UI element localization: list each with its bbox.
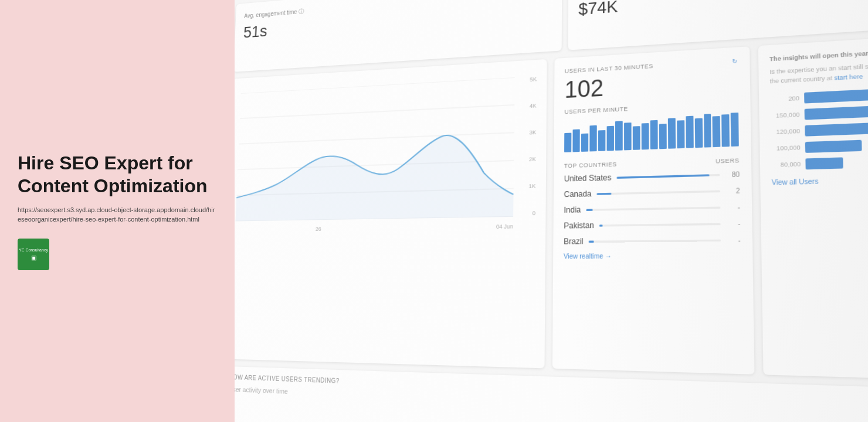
bar-14 [677,120,684,148]
svg-line-0 [241,77,515,93]
logo-icon: ▣ [31,254,36,261]
right-panel-header: The insights will open this year [769,44,868,62]
h-bar-label-2: 150,000 [771,111,800,120]
country-val-br: - [726,236,741,244]
refresh-icon[interactable]: ↻ [732,57,738,64]
country-row-pk: Pakistan - [564,219,740,230]
y-label-2k: 2K [529,156,536,162]
bar-15 [686,116,693,148]
bar-9 [633,126,640,150]
x-label-26: 26 [316,226,321,232]
bar-8 [624,122,632,150]
country-bar-wrap-in [586,206,720,210]
bar-3 [581,134,588,152]
right-panel-link[interactable]: start here [834,73,863,81]
h-bar-4 [805,140,862,153]
page-url: https://seoexpert.s3.syd.ap.cloud-object… [18,205,217,224]
country-bar-wrap-ca [597,190,720,195]
x-axis: 26 04 Jun [235,223,513,233]
mini-bar-chart [564,113,739,152]
bar-6 [606,126,613,151]
bar-4 [589,125,596,152]
bar-16 [694,118,702,148]
users-per-min-label: USERS PER MINUTE [564,100,738,115]
h-bar-row-5: 80,000 [771,154,868,171]
chart-area: 5K 4K 3K 2K 1K 0 [235,76,537,233]
svg-line-1 [240,105,514,118]
country-row-in: India - [564,202,740,215]
y-label-5k: 5K [530,76,537,83]
view-realtime-link[interactable]: View realtime → [564,252,741,260]
country-val-pk: - [726,220,741,227]
h-bar-label-1: 200 [770,95,799,103]
top-countries-label: TOP COUNTRIES [564,161,617,169]
y-axis: 5K 4K 3K 2K 1K 0 [516,76,537,217]
analytics-content: Avg. engagement time ⓘ 51s Total revenue… [235,0,868,422]
line-chart-svg [236,77,515,222]
x-label-jun: 04 Jun [496,223,513,230]
h-bar-1 [803,87,868,104]
left-panel: Hire SEO Expert for Content Optimization… [0,0,235,422]
bar-2 [572,129,579,152]
country-bar-br [589,240,594,242]
svg-line-2 [239,132,514,144]
h-bar-3 [805,122,868,136]
bar-1 [564,133,571,152]
horizontal-bars: 200 150,000 120,000 100,000 [770,84,868,171]
countries-header: TOP COUNTRIES USERS [564,157,740,169]
stat-revenue-value: $74K [578,0,868,19]
right-analytics-panel: The insights will open this year Is the … [758,32,868,382]
country-bar-wrap-br [589,239,721,242]
bar-13 [667,118,675,148]
y-label-3k: 3K [529,129,536,135]
y-label-0: 0 [533,210,536,216]
country-bar-us [617,174,709,179]
country-bar-pk [599,224,603,226]
bar-11 [650,120,657,149]
page-title: Hire SEO Expert for Content Optimization [18,152,217,197]
h-bar-label-5: 80,000 [771,161,801,168]
country-bar-wrap-us [617,173,720,178]
country-row-us: United States 80 [564,169,740,183]
country-val-in: - [725,203,740,211]
h-bar-row-4: 100,000 [771,136,868,154]
y-label-4k: 4K [530,103,537,109]
bar-20 [731,113,739,147]
h-bar-label-4: 100,000 [771,144,801,152]
view-all-button[interactable]: View all Users [772,173,868,186]
bar-7 [615,121,622,151]
bar-5 [598,130,605,151]
country-val-ca: 2 [725,187,740,195]
country-row-ca: Canada 2 [564,186,740,199]
right-panel: Avg. engagement time ⓘ 51s Total revenue… [235,0,868,422]
users-panel: USERS IN LAST 30 MINUTES ↻ 102 USERS PER… [552,46,754,375]
country-val-us: 80 [725,171,740,178]
users-col-label: USERS [716,157,740,165]
country-row-br: Brazil - [564,235,741,246]
bar-17 [704,114,712,148]
bar-12 [659,124,666,149]
bar-10 [641,123,649,149]
country-bar-in [586,209,592,211]
h-bar-row-2: 150,000 [771,101,868,121]
h-bar-2 [804,106,868,120]
country-name-ca: Canada [564,189,592,199]
country-name-pk: Pakistan [564,221,594,230]
country-name-in: India [564,205,581,215]
country-name-br: Brazil [564,237,584,246]
logo-text: YE Consultancy [19,248,48,253]
main-area: 5K 4K 3K 2K 1K 0 [235,32,868,382]
bar-18 [713,116,721,147]
analytics-wrapper: Avg. engagement time ⓘ 51s Total revenue… [235,0,868,422]
country-bar-ca [597,192,611,195]
country-bar-wrap-pk [599,223,720,226]
h-bar-row-1: 200 [770,84,868,105]
bar-19 [722,114,730,147]
chart-card: 5K 4K 3K 2K 1K 0 [235,59,547,369]
logo-box: YE Consultancy ▣ [18,239,49,270]
h-bar-5 [805,157,843,169]
chart-line-area [236,77,515,222]
y-label-1k: 1K [528,183,535,189]
h-bar-row-3: 120,000 [771,119,868,138]
h-bar-label-3: 120,000 [771,128,800,136]
